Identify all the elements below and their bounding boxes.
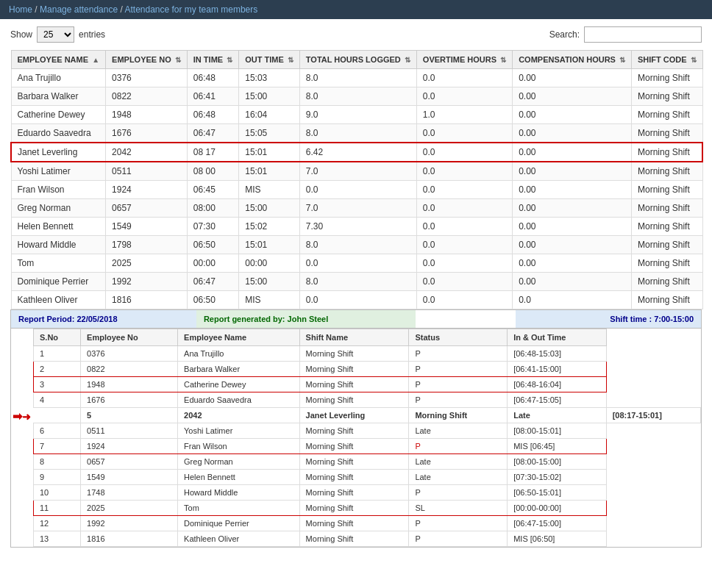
nav-home[interactable]: Home: [9, 4, 32, 15]
col-overtime[interactable]: OVERTIME HOURS ⇅: [416, 51, 512, 69]
report-panel: Report Period: 22/05/2018 Report generat…: [10, 309, 702, 548]
table-row: Dominique Perrier199206:4715:008.00.00.0…: [11, 273, 702, 291]
detail-row: 41676Eduardo SaavedraMorning ShiftP[06:4…: [34, 392, 701, 408]
col-emp-no[interactable]: EMPLOYEE NO ⇅: [106, 51, 188, 69]
detail-row: 60511Yoshi LatimerMorning ShiftLate[08:0…: [34, 423, 701, 439]
detail-row: 101748Howard MiddleMorning ShiftP[06:50-…: [34, 485, 701, 501]
table-row: Janet Leverling204208 1715:016.420.00.00…: [11, 143, 702, 162]
col-out-time[interactable]: OUT TIME ⇅: [239, 51, 300, 69]
search-input[interactable]: [584, 26, 702, 43]
detail-row: 10376Ana TrujilloMorning ShiftP[06:48-15…: [34, 346, 701, 362]
table-controls: Show 25 10 50 100 entries Search:: [10, 26, 702, 43]
table-row: Eduardo Saavedra167606:4715:058.00.00.00…: [11, 124, 702, 143]
detail-row: 121992Dominique PerrierMorning ShiftP[06…: [34, 516, 701, 531]
detail-col-status: Status: [409, 329, 508, 346]
detail-col-inout: In & Out Time: [508, 329, 606, 346]
detail-row: 80657Greg NormanMorning ShiftLate[08:00-…: [34, 454, 701, 470]
col-compensation[interactable]: COMPENSATION HOURS ⇅: [513, 51, 632, 69]
report-period: Report Period: 22/05/2018: [11, 310, 196, 328]
report-shift-time: Shift time : 7:00-15:00: [516, 310, 701, 328]
report-header: Report Period: 22/05/2018 Report generat…: [11, 310, 701, 329]
detail-col-empname: Employee Name: [178, 329, 300, 346]
detail-row: 112025TomMorning ShiftSL[00:00-00:00]: [34, 501, 701, 516]
detail-header-row: S.No Employee No Employee Name Shift Nam…: [34, 329, 701, 346]
nav-current[interactable]: Attendance for my team members: [124, 4, 257, 15]
show-entries: Show 25 10 50 100 entries: [10, 26, 105, 43]
sort-icon-shift: ⇅: [691, 56, 697, 64]
table-row: Howard Middle179806:5015:018.00.00.00Mor…: [11, 236, 702, 254]
col-in-time[interactable]: IN TIME ⇅: [187, 51, 238, 69]
sort-icon-overtime: ⇅: [500, 56, 506, 64]
table-row: Helen Bennett154907:3015:027.300.00.00Mo…: [11, 218, 702, 236]
table-row: Kathleen Oliver181606:50MIS0.00.00.0Morn…: [11, 291, 702, 309]
sort-icon-emp-name: ▲: [92, 56, 99, 64]
sort-icon-out-time: ⇅: [288, 56, 293, 64]
detail-col-sno: S.No: [34, 329, 81, 346]
table-row: Barbara Walker082206:4115:008.00.00.00Mo…: [11, 87, 702, 106]
search-label: Search:: [549, 29, 580, 40]
col-emp-name[interactable]: EMPLOYEE NAME ▲: [11, 51, 106, 69]
table-row: Tom202500:0000:000.00.00.00Morning Shift: [11, 254, 702, 273]
table-row: Catherine Dewey194806:4816:049.01.00.00M…: [11, 106, 702, 124]
table-header-row: EMPLOYEE NAME ▲ EMPLOYEE NO ⇅ IN TIME ⇅ …: [11, 51, 702, 69]
table-row: Greg Norman065708:0015:007.00.00.00Morni…: [11, 199, 702, 218]
col-shift-code[interactable]: SHIFT CODE ⇅: [632, 51, 703, 69]
arrow-indicator: ➜: [16, 408, 37, 426]
show-label: Show: [10, 29, 32, 40]
detail-row: 31948Catherine DeweyMorning ShiftP[06:48…: [34, 377, 701, 392]
detail-col-shift: Shift Name: [299, 329, 409, 346]
table-row: Fran Wilson192406:45MIS0.00.00.00Morning…: [11, 181, 702, 199]
report-generated: Report generated by: John Steel: [196, 310, 416, 328]
table-row: Ana Trujillo037606:4815:038.00.00.00Morn…: [11, 69, 702, 87]
entries-select[interactable]: 25 10 50 100: [37, 26, 74, 43]
sort-icon-emp-no: ⇅: [175, 56, 181, 64]
top-nav: Home / Manage attendance / Attendance fo…: [0, 0, 712, 19]
entries-label: entries: [79, 29, 105, 40]
detail-col-empno: Employee No: [81, 329, 178, 346]
detail-row: 131816Kathleen OliverMorning ShiftPMIS […: [34, 531, 701, 547]
sort-icon-total: ⇅: [405, 56, 410, 64]
table-row: Yoshi Latimer051108 0015:017.00.00.00Mor…: [11, 162, 702, 181]
detail-row: 71924Fran WilsonMorning ShiftPMIS [06:45…: [34, 439, 701, 454]
attendance-table: EMPLOYEE NAME ▲ EMPLOYEE NO ⇅ IN TIME ⇅ …: [10, 50, 703, 309]
search-box: Search:: [549, 26, 702, 43]
detail-row: 91549Helen BennettMorning ShiftLate[07:3…: [34, 470, 701, 485]
detail-row: 20822Barbara WalkerMorning ShiftP[06:41-…: [34, 362, 701, 377]
detail-row: ➜52042Janet LeverlingMorning ShiftLate[0…: [34, 408, 701, 423]
sort-icon-comp: ⇅: [619, 56, 625, 64]
sort-icon-in-time: ⇅: [227, 56, 232, 64]
col-total-hours[interactable]: TOTAL HOURS LOGGED ⇅: [299, 51, 416, 69]
detail-table: S.No Employee No Employee Name Shift Nam…: [33, 329, 701, 547]
nav-manage[interactable]: Manage attendance: [40, 4, 118, 15]
detail-wrapper: S.No Employee No Employee Name Shift Nam…: [11, 329, 701, 547]
